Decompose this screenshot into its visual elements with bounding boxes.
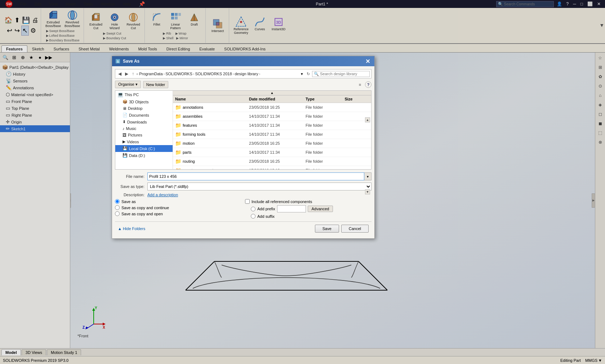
file-row-routing[interactable]: 📁routing 23/05/2018 16:25 File folder: [173, 157, 371, 166]
file-row-smart-components[interactable]: 📁smart components 15/06/2019 13:19 File …: [173, 166, 371, 169]
dialog-body: ◀ ▶ ↑ « ProgramData › SOLIDWORKS › SOLID…: [112, 66, 374, 238]
dialog-toolbar: Organise ▾ New folder ≡ ?: [115, 81, 372, 88]
bc-item-programdata[interactable]: ProgramData: [139, 72, 163, 76]
lt-desktop[interactable]: 🖥 Desktop: [115, 105, 173, 112]
description-label: Description:: [115, 193, 147, 197]
description-link[interactable]: Add a description: [147, 193, 178, 197]
dialog-footer: ▲ Hide Folders Save Cancel: [115, 221, 372, 235]
bc-arrow-1: ›: [164, 72, 165, 76]
file-row-motion[interactable]: 📁motion 23/05/2018 16:25 File folder: [173, 139, 371, 148]
col-header-type[interactable]: Type: [303, 96, 343, 102]
save-dialog: S Save As ✕ ◀ ▶ ↑ « ProgramData › SOLIDW…: [112, 56, 375, 239]
music-icon: ♪: [123, 126, 125, 131]
lt-local-disk[interactable]: 💾 Local Disk (C:): [115, 145, 173, 152]
file-row-parts[interactable]: 📁parts 14/10/2017 11:34 File folder: [173, 148, 371, 157]
file-row-annotations[interactable]: 📁annotations 23/05/2018 16:25 File folde…: [173, 103, 371, 112]
include-all-row: Include all referenced components: [245, 199, 372, 204]
breadcrumb-bar: ◀ ▶ ↑ « ProgramData › SOLIDWORKS › SOLID…: [115, 69, 372, 78]
bc-arrow-2: ›: [193, 72, 195, 76]
3d-objects-icon: 📦: [123, 99, 128, 104]
savetype-select[interactable]: Lib Feat Part (*.sldlfp): [147, 183, 372, 190]
new-folder-btn[interactable]: New folder: [143, 81, 169, 88]
bc-search-input[interactable]: [320, 72, 363, 76]
filename-dropdown-btn[interactable]: ▾: [364, 172, 372, 180]
description-row: Description: Add a description: [115, 193, 372, 197]
col-header-size[interactable]: Size: [342, 96, 371, 102]
prefix-input[interactable]: [277, 205, 306, 212]
bc-refresh-btn[interactable]: ↻: [305, 71, 311, 77]
this-pc-icon: 💻: [117, 92, 123, 97]
file-scroll-up[interactable]: ▲: [173, 91, 371, 95]
bc-arrow-3: ›: [233, 72, 234, 76]
lt-this-pc[interactable]: 💻 This PC: [115, 91, 173, 98]
bc-item-solidworks[interactable]: SOLIDWORKS: [165, 72, 192, 76]
save-copy-continue-radio[interactable]: Save as copy and continue: [115, 205, 241, 210]
save-copy-open-radio[interactable]: Save as copy and open: [115, 211, 241, 216]
documents-label: Documents: [129, 113, 149, 117]
save-as-radio-input[interactable]: [115, 199, 120, 204]
folder-icon-6: 📁: [175, 149, 181, 155]
lt-videos[interactable]: ▶ Videos: [115, 138, 173, 145]
file-header: Name Date modified Type Size: [173, 95, 371, 103]
bc-item-sw2018[interactable]: SOLIDWORKS 2018: [195, 72, 232, 76]
save-copy-continue-input[interactable]: [115, 205, 120, 210]
bc-path: « ProgramData › SOLIDWORKS › SOLIDWORKS …: [136, 72, 299, 76]
lt-documents[interactable]: 📄 Documents: [115, 112, 173, 118]
lt-downloads[interactable]: ⬇ Downloads: [115, 118, 173, 125]
view-help-btn[interactable]: ?: [365, 81, 372, 88]
local-disk-icon: 💾: [123, 146, 128, 151]
lt-data-d[interactable]: 💾 Data (D:): [115, 152, 173, 159]
bc-forward-btn[interactable]: ▶: [124, 71, 130, 77]
save-button[interactable]: Save: [315, 225, 339, 233]
folder-icon-1: 📁: [175, 104, 181, 110]
save-options: Save as Save as copy and continue Save a…: [115, 199, 372, 220]
dialog-toolbar-left: Organise ▾ New folder: [115, 81, 168, 88]
organise-btn[interactable]: Organise ▾: [115, 81, 141, 88]
bc-dropdown-btn[interactable]: ▾: [299, 71, 304, 77]
add-suffix-radio[interactable]: [251, 214, 255, 219]
filename-input[interactable]: [147, 172, 364, 180]
lt-pictures[interactable]: 🖼 Pictures: [115, 132, 173, 138]
data-d-label: Data (D:): [129, 153, 145, 158]
file-content: ▲ Name Date modified Type Size 📁annotati…: [173, 91, 371, 169]
local-disk-label: Local Disk (C:): [129, 147, 155, 151]
scroll-down-arrow[interactable]: ▼: [365, 189, 370, 194]
save-as-radio[interactable]: Save as: [115, 199, 241, 204]
dialog-title-text: Save As: [123, 59, 139, 64]
lt-music[interactable]: ♪ Music: [115, 125, 173, 132]
filename-row: File name: ▾: [115, 172, 372, 180]
folder-icon-5: 📁: [175, 140, 181, 146]
lt-3d-objects[interactable]: 📦 3D Objects: [115, 98, 173, 105]
hide-folders-arrow: ▲: [118, 226, 122, 231]
cancel-button[interactable]: Cancel: [341, 225, 369, 233]
bc-up-btn[interactable]: ↑: [130, 71, 135, 77]
save-as-label: Save as: [121, 199, 136, 204]
savetype-row: Save as type: Lib Feat Part (*.sldlfp): [115, 183, 372, 190]
scroll-up-arrow[interactable]: ▲: [365, 117, 370, 122]
hide-folders-btn[interactable]: ▲ Hide Folders: [118, 226, 313, 231]
bc-search-box[interactable]: 🔍: [312, 71, 370, 77]
advanced-btn[interactable]: Advanced: [308, 206, 333, 212]
file-left-tree: 💻 This PC 📦 3D Objects 🖥 Desktop 📄 Docum…: [115, 91, 173, 169]
dialog-close-btn[interactable]: ✕: [364, 58, 372, 65]
save-copy-open-input[interactable]: [115, 211, 120, 216]
dialog-title-bar: S Save As ✕: [112, 56, 374, 66]
svg-text:S: S: [117, 60, 119, 63]
file-row-assemblies[interactable]: 📁assemblies 14/10/2017 11:34 File folder: [173, 112, 371, 121]
include-all-checkbox[interactable]: [245, 199, 250, 204]
folder-icon-7: 📁: [175, 158, 181, 164]
col-header-date[interactable]: Date modified: [247, 96, 303, 102]
save-copy-continue-label: Save as copy and continue: [121, 206, 169, 210]
add-prefix-radio[interactable]: [251, 207, 255, 211]
view-list-btn[interactable]: ≡: [356, 81, 364, 88]
bc-back-btn[interactable]: ◀: [117, 71, 123, 77]
file-row-features[interactable]: 📁features 14/10/2017 11:34 File folder: [173, 121, 371, 130]
bc-item-designlib[interactable]: design library: [235, 72, 258, 76]
file-row-forming-tools[interactable]: 📁forming tools 14/10/2017 11:34 File fol…: [173, 130, 371, 139]
save-copy-open-label: Save as copy and open: [121, 212, 163, 216]
col-header-name[interactable]: Name: [173, 96, 247, 102]
add-prefix-label: Add prefix: [257, 207, 275, 211]
data-d-icon: 💾: [123, 153, 128, 158]
include-all-label: Include all referenced components: [252, 199, 312, 204]
hide-folders-label: Hide Folders: [123, 226, 145, 231]
